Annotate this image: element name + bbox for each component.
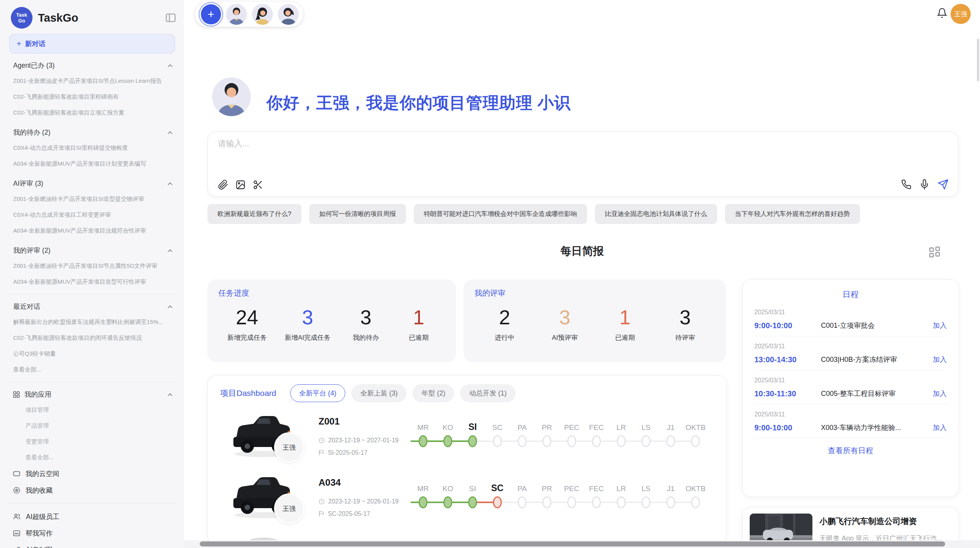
suggestion-chip[interactable]: 欧洲新规最近颁布了什么? [207,204,302,224]
recent-chat-item[interactable]: 查看全部... [13,361,173,377]
sidebar-item-help-me-write[interactable]: 帮我写作 [13,525,173,541]
sidebar-item[interactable]: C02-飞腾新能源轻客改款项目立项汇报方案 [13,104,173,120]
section-header-ai-review[interactable]: AI评审 (3) [13,177,173,190]
section-header-agent-done[interactable]: Agent已办 (3) [13,59,173,72]
svg-text:KO: KO [442,485,453,493]
sidebar-item-cloud-space[interactable]: 我的云空间 [13,465,173,482]
project-dates: 2023-12-19 ~ 2026-01-19 [319,498,399,505]
chevron-up-icon [168,393,173,396]
join-link[interactable]: 加入 [933,423,947,432]
stat-value: 24 [227,305,267,329]
svg-text:OKTB: OKTB [685,485,706,493]
project-name[interactable]: Z001 [319,416,340,427]
svg-text:SC: SC [492,423,502,432]
sidebar-item[interactable]: Z001-全新燃油皮卡产品开发项目SI节点Lesson Learn报告 [13,73,173,89]
vertical-scrollbar-thumb[interactable] [977,39,979,81]
feather-pen-icon [13,546,20,548]
new-chat-button[interactable]: + 新对话 [9,34,175,53]
sidebar-item[interactable]: Z001-全新燃油轻卡产品开发项目SI造型提交物评审 [13,191,173,207]
schedule-date: 2025/03/11 [754,343,947,350]
new-chat-label: 新对话 [25,39,46,48]
add-agent-button[interactable]: + [201,4,221,24]
dashboard-tab[interactable]: 全新平台 (4) [290,384,345,402]
send-icon[interactable] [937,179,949,190]
stat-value: 3 [547,305,582,329]
composer-right-icons [901,179,949,190]
dashboard-tab[interactable]: 年型 (2) [413,384,454,402]
ai-review-list: Z001-全新燃油轻卡产品开发项目SI造型提交物评审C0X4-动力总成开发项目工… [0,191,184,238]
sidebar-item[interactable]: A034-全新新能源MUV产品开发项目法规符合性评审 [13,223,173,238]
assistant-greeting: 你好，王强，我是你的项目管理助理 小识 [266,92,571,114]
project-flag-date: SC-2025-05-17 [319,510,370,517]
sidebar-item[interactable]: C0X4-动力总成开发项目SI里程碑提交物检查 [13,140,173,156]
sidebar-item-ai-super-staff[interactable]: AI超级员工 [13,508,173,525]
notification-bell-icon[interactable] [937,7,947,19]
dashboard-tab[interactable]: 动总开发 (1) [460,384,515,402]
app-item[interactable]: 变更管理 [26,433,173,449]
agent-avatar-female-1[interactable] [252,4,273,25]
sidebar-item-creative-drawing[interactable]: 创意制图 [13,541,173,548]
section-header-my-review[interactable]: 我的评审 (2) [13,244,173,257]
microphone-icon[interactable] [919,179,930,190]
sidebar-item[interactable]: A034-全新新能源MUV产品开发项目计划变更表编写 [13,156,173,171]
join-link[interactable]: 加入 [933,321,947,330]
stat-value: 1 [401,305,436,329]
sidebar-item[interactable]: A034-全新新能源MUV产品开发项目造型可行性评审 [13,274,173,289]
agent-avatar-male[interactable] [226,4,247,25]
sidebar-item[interactable]: Z001-全新燃油轻卡产品开发项目SI节点属性5D文件评审 [13,258,173,274]
suggestion-chip[interactable]: 如何写一份清晰的项目周报 [309,204,406,224]
image-icon[interactable] [235,180,246,190]
suggestion-chip[interactable]: 当下年轻人对汽车外观有怎样的喜好趋势 [725,204,860,224]
attachment-icon[interactable] [218,180,228,190]
app-item[interactable]: 产品管理 [26,418,173,433]
message-input[interactable] [217,137,946,172]
clock-icon [319,437,325,444]
svg-text:MR: MR [417,423,429,432]
agent-avatar-female-2[interactable] [278,4,299,25]
recent-chat-item[interactable]: C02-飞腾新能源轻客改款项目的闭环通告反馈情况 [13,330,173,346]
section-header-my-todo[interactable]: 我的待办 (2) [13,126,173,139]
stat-label: 我的待办 [348,333,383,342]
app-item[interactable]: 项目管理 [26,402,173,418]
horizontal-scrollbar-thumb[interactable] [200,541,945,546]
scissors-icon[interactable] [253,180,263,190]
svg-text:PR: PR [542,485,552,493]
view-all-schedules-link[interactable]: 查看所有日程 [754,438,947,463]
schedule-entry: 2025/03/11 9:00-10:00 X003-车辆动力学性能验... 加… [754,404,947,438]
sidebar-item[interactable]: C0X4-动力总成开发项目工程变更评审 [13,207,173,223]
schedule-name: C003|H0B-方案冻结评审 [821,355,933,364]
recent-chat-item[interactable]: 公司Q3轻卡销量 [13,346,173,361]
milestone-track: MRKOSISCPAPRPECFECLRLSJ1OKTB [408,419,717,450]
sidebar-collapse-icon[interactable] [166,13,176,22]
stat-label: 进行中 [487,333,522,342]
stat-item: 24 新增完成任务 [227,305,267,342]
daily-briefing-title: 每日简报 [184,244,980,259]
project-name[interactable]: A034 [319,477,341,488]
apps-grid-icon [13,391,20,398]
phone-call-icon[interactable] [901,179,911,190]
suggestion-chip[interactable]: 特朗普可能对进口汽车增税会对中国车企造成哪些影响 [414,204,587,224]
stat-item: 3 AI预评审 [547,305,582,342]
task-progress-card: 任务进度 24 新增完成任务 3 新增AI完成任务 3 我的待办 1 [207,279,456,362]
schedule-time: 10:30-11:30 [754,389,821,398]
user-avatar[interactable]: 王强 [951,4,971,24]
app-logo: Task Go [11,7,33,29]
sidebar-item-favorites[interactable]: 我的收藏 [13,482,173,498]
stat-value: 2 [487,305,522,329]
section-header-recent-chats[interactable]: 最近对话 [13,300,173,313]
join-link[interactable]: 加入 [933,355,947,364]
briefing-layout-icon[interactable] [929,246,941,258]
section-header-my-apps[interactable]: 我的应用 [13,388,173,401]
stat-label: 新增完成任务 [227,333,267,342]
sidebar-item[interactable]: C02-飞腾新能源轻客改款项目里程碑画布 [13,89,173,104]
recent-chat-item[interactable]: 解释最新出台的欧盟报废车法规再生塑料比例被调至15%... [13,314,173,330]
schedule-entry: 2025/03/11 10:30-11:30 C005-整车工程目标评审 加入 [754,370,947,404]
join-link[interactable]: 加入 [933,389,947,398]
card-title: 我的评审 [475,288,715,298]
project-owner-badge: 王强 [274,493,304,524]
project-dashboard-card: 项目Dashboard 全新平台 (4)全新上装 (3)年型 (2)动总开发 (… [207,375,726,544]
schedule-time: 13:00-14:30 [754,355,821,364]
suggestion-chip[interactable]: 比亚迪全固态电池计划具体说了什么 [595,204,717,224]
app-item[interactable]: 查看全部... [26,449,173,465]
dashboard-tab[interactable]: 全新上装 (3) [351,384,406,402]
